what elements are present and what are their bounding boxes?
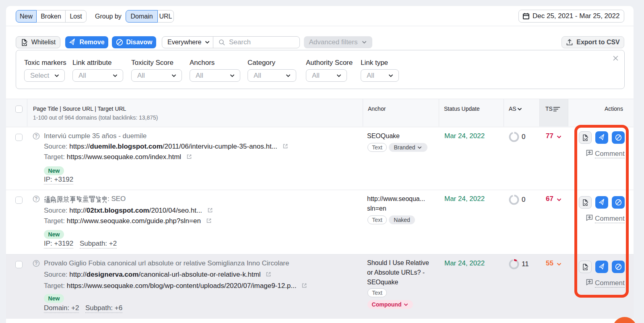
- svg-text:?: ?: [35, 196, 37, 202]
- svg-text:?: ?: [35, 261, 37, 266]
- svg-text:?: ?: [35, 133, 37, 139]
